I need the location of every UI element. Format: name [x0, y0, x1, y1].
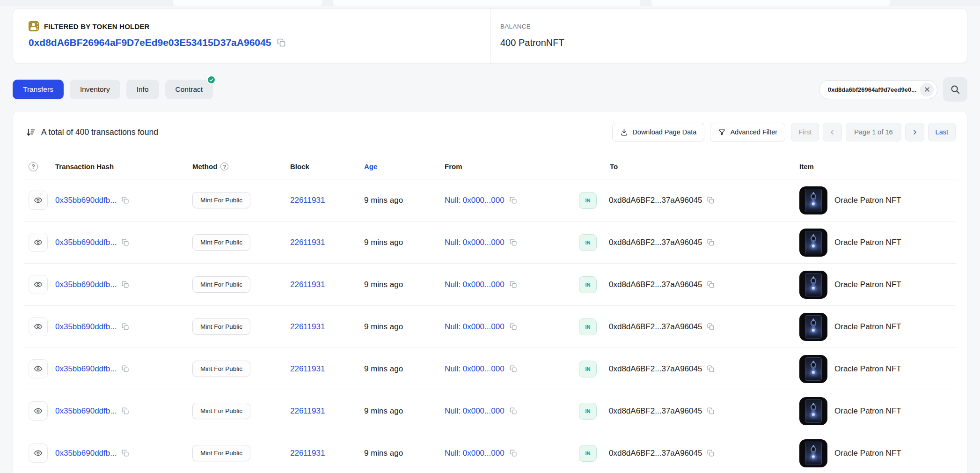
preview-transaction-button[interactable] — [29, 443, 48, 463]
advanced-filter-button[interactable]: Advanced Filter — [710, 123, 785, 141]
block-link[interactable]: 22611931 — [290, 364, 325, 373]
method-badge: Mint For Public — [192, 445, 250, 461]
tab-inventory[interactable]: Inventory — [70, 80, 120, 99]
tab-transfers[interactable]: Transfers — [13, 80, 64, 99]
contact-card-icon — [29, 21, 39, 31]
from-address-link[interactable]: Null: 0x000...000 — [445, 406, 505, 416]
tab-contract[interactable]: Contract — [165, 80, 213, 99]
preview-transaction-button[interactable] — [29, 317, 48, 336]
from-address-link[interactable]: Null: 0x000...000 — [445, 449, 505, 458]
transaction-hash-link[interactable]: 0x35bb690ddfb... — [55, 449, 117, 458]
nft-card-art — [805, 231, 822, 254]
transaction-hash-link[interactable]: 0x35bb690ddfb... — [55, 322, 117, 332]
nft-card-art — [805, 442, 822, 465]
copy-from-button[interactable] — [509, 407, 517, 415]
copy-icon — [121, 238, 129, 246]
copy-hash-button[interactable] — [121, 238, 129, 246]
copy-to-button[interactable] — [707, 196, 715, 204]
block-link[interactable]: 22611931 — [290, 196, 325, 205]
tab-info[interactable]: Info — [126, 80, 159, 99]
from-address-link[interactable]: Null: 0x000...000 — [445, 238, 505, 247]
download-page-data-button[interactable]: Download Page Data — [612, 123, 704, 141]
clear-filter-button[interactable] — [920, 83, 934, 96]
method-help-icon[interactable]: ? — [220, 163, 228, 170]
method-badge: Mint For Public — [192, 192, 250, 208]
copy-to-button[interactable] — [707, 238, 715, 246]
search-icon — [950, 84, 960, 95]
from-address-link[interactable]: Null: 0x000...000 — [445, 280, 505, 289]
preview-transaction-button[interactable] — [29, 401, 48, 421]
balance-section: BALANCE 400 PatronNFT — [490, 9, 967, 63]
copy-to-button[interactable] — [707, 323, 715, 331]
close-icon — [924, 86, 930, 93]
copy-hash-button[interactable] — [121, 196, 129, 204]
transaction-hash-link[interactable]: 0x35bb690ddfb... — [55, 196, 117, 205]
copy-icon — [277, 38, 286, 47]
from-address-link[interactable]: Null: 0x000...000 — [445, 322, 505, 332]
row-help-icon[interactable]: ? — [29, 162, 38, 171]
method-badge: Mint For Public — [192, 318, 250, 335]
item-name-text: Oracle Patron NFT — [834, 322, 901, 332]
block-link[interactable]: 22611931 — [290, 238, 325, 247]
method-badge: Mint For Public — [192, 276, 250, 293]
nft-card-art — [805, 189, 822, 212]
item-name-text: Oracle Patron NFT — [834, 196, 901, 205]
transfers-table: ? Transaction Hash Method ? Block Age Fr… — [24, 154, 956, 473]
col-age-toggle[interactable]: Age — [364, 163, 445, 170]
copy-hash-button[interactable] — [121, 449, 129, 457]
copy-to-button[interactable] — [707, 407, 715, 415]
copy-icon — [121, 196, 129, 204]
copy-icon — [121, 407, 129, 415]
last-page-button[interactable]: Last — [928, 123, 956, 141]
copy-icon — [121, 323, 129, 331]
copy-hash-button[interactable] — [121, 407, 129, 415]
transaction-hash-link[interactable]: 0x35bb690ddfb... — [55, 406, 117, 416]
block-link[interactable]: 22611931 — [290, 406, 325, 415]
copy-from-button[interactable] — [509, 365, 517, 373]
table-row: 0x35bb690ddfb... Mint For Public 2261193… — [24, 222, 956, 264]
preview-transaction-button[interactable] — [29, 275, 48, 294]
copy-to-button[interactable] — [707, 365, 715, 373]
preview-transaction-button[interactable] — [29, 191, 48, 210]
next-page-button[interactable] — [905, 123, 924, 141]
copy-icon — [509, 196, 517, 204]
item-name-text: Oracle Patron NFT — [834, 449, 901, 458]
transaction-hash-link[interactable]: 0x35bb690ddfb... — [55, 280, 117, 289]
eye-icon — [34, 449, 43, 458]
preview-transaction-button[interactable] — [29, 359, 48, 378]
copy-hash-button[interactable] — [121, 323, 129, 331]
from-address-link[interactable]: Null: 0x000...000 — [445, 196, 505, 205]
age-text: 9 mins ago — [364, 364, 445, 374]
table-row: 0x35bb690ddfb... Mint For Public 2261193… — [24, 432, 956, 473]
copy-hash-button[interactable] — [121, 281, 129, 288]
method-badge: Mint For Public — [192, 403, 250, 419]
transaction-hash-link[interactable]: 0x35bb690ddfb... — [55, 238, 117, 247]
copy-to-button[interactable] — [707, 281, 715, 288]
to-address-text: 0xd8dA6BF2...37aA96045 — [609, 364, 702, 374]
block-link[interactable]: 22611931 — [290, 322, 325, 331]
copy-holder-address-button[interactable] — [277, 38, 286, 47]
nft-card-art — [805, 399, 822, 423]
item-name-text: Oracle Patron NFT — [834, 406, 901, 416]
transaction-hash-link[interactable]: 0x35bb690ddfb... — [55, 364, 117, 374]
block-link[interactable]: 22611931 — [290, 449, 325, 458]
copy-from-button[interactable] — [509, 281, 517, 288]
copy-from-button[interactable] — [509, 238, 517, 246]
from-address-link[interactable]: Null: 0x000...000 — [445, 364, 505, 374]
block-link[interactable]: 22611931 — [290, 280, 325, 289]
transfers-panel: A total of 400 transactions found Downlo… — [13, 111, 967, 473]
copy-hash-button[interactable] — [121, 365, 129, 373]
search-button[interactable] — [943, 77, 967, 102]
copy-from-button[interactable] — [509, 323, 517, 331]
nft-thumbnail — [799, 397, 827, 425]
copy-icon — [707, 281, 715, 288]
copy-from-button[interactable] — [509, 449, 517, 457]
copy-from-button[interactable] — [509, 196, 517, 204]
to-address-text: 0xd8dA6BF2...37aA96045 — [609, 406, 702, 416]
preview-transaction-button[interactable] — [29, 233, 48, 252]
eye-icon — [34, 196, 43, 205]
copy-to-button[interactable] — [707, 449, 715, 457]
tabs-row: Transfers Inventory Info Contract 0xd8da… — [13, 77, 967, 102]
search-area: 0xd8da6bf26964af9d7eed9e0... — [819, 77, 967, 102]
holder-address-link[interactable]: 0xd8dA6BF26964aF9D7eEd9e03E53415D37aA960… — [29, 37, 271, 48]
